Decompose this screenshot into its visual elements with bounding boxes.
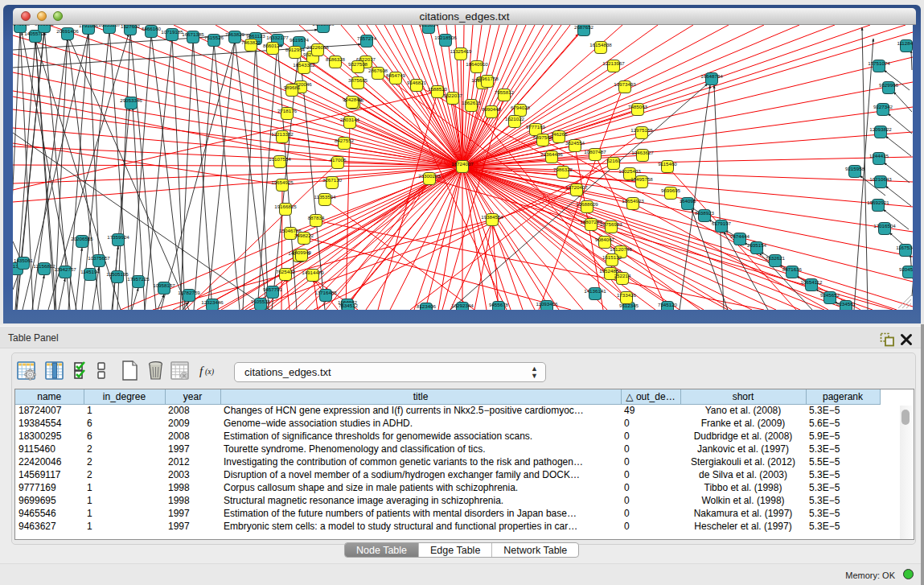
svg-text:19384554: 19384554 [481,214,503,220]
svg-text:7986322: 7986322 [553,167,573,172]
svg-text:8990448: 8990448 [482,106,502,112]
svg-text:1244415: 1244415 [869,153,889,159]
svg-text:(x): (x) [205,367,215,377]
svg-text:10654112: 10654112 [800,279,823,285]
svg-text:9105533: 9105533 [251,299,271,304]
svg-text:11093456: 11093456 [536,301,558,307]
svg-text:7345120: 7345120 [658,302,678,307]
svg-text:1435061: 1435061 [14,257,34,263]
svg-text:6466160: 6466160 [142,26,162,31]
svg-text:9084067: 9084067 [595,237,615,242]
svg-text:20206555: 20206555 [71,236,93,241]
svg-text:1362615: 1362615 [462,100,482,105]
svg-text:8186328: 8186328 [326,56,346,62]
svg-text:12505195: 12505195 [106,271,129,277]
svg-text:9457791: 9457791 [263,286,283,292]
svg-text:8471636: 8471636 [782,266,803,272]
svg-text:14136141: 14136141 [584,288,606,294]
svg-text:10973493: 10973493 [614,81,636,87]
svg-text:7625402: 7625402 [276,269,296,274]
svg-text:9227342: 9227342 [873,104,893,109]
svg-text:6179197: 6179197 [712,220,732,226]
svg-text:9619574: 9619574 [290,37,310,43]
svg-text:12975155: 12975155 [630,127,653,133]
svg-text:13716485: 13716485 [314,290,337,295]
svg-text:10025433: 10025433 [618,168,641,174]
svg-text:1615132: 1615132 [602,254,622,260]
svg-text:2687652: 2687652 [574,25,594,30]
svg-text:1621022: 1621022 [505,116,525,122]
svg-text:8912954: 8912954 [285,47,306,52]
svg-text:16961758: 16961758 [476,76,499,81]
svg-text:8813054: 8813054 [419,25,439,27]
svg-text:18724007: 18724007 [451,161,474,167]
svg-text:9115460: 9115460 [658,161,677,167]
svg-text:9245652: 9245652 [820,292,840,298]
svg-text:9895332: 9895332 [35,25,55,27]
svg-text:16648784: 16648784 [700,73,723,79]
svg-text:9455678: 9455678 [489,302,509,307]
svg-text:16210643: 16210643 [869,176,892,182]
svg-text:9204502: 9204502 [899,266,913,272]
svg-text:23226058: 23226058 [306,44,329,50]
svg-text:f: f [199,365,204,377]
svg-text:9329966: 9329966 [879,82,899,88]
svg-text:11325419: 11325419 [450,48,472,54]
svg-text:18654923: 18654923 [622,198,644,204]
svg-text:20691406: 20691406 [56,28,79,34]
svg-text:12213967: 12213967 [602,60,625,66]
svg-text:17957225: 17957225 [127,276,150,282]
svg-text:23300203: 23300203 [418,173,441,179]
svg-text:3875685: 3875685 [348,77,368,83]
svg-text:14914479: 14914479 [302,270,324,275]
svg-text:1112845: 1112845 [897,40,913,46]
svg-text:3498222: 3498222 [294,233,314,238]
svg-text:18807249: 18807249 [580,219,602,225]
svg-text:8938923: 8938923 [695,210,715,216]
svg-text:5322037: 5322037 [443,93,463,98]
svg-text:8454749: 8454749 [386,72,406,78]
svg-text:7463822: 7463822 [241,39,261,45]
svg-text:62160: 62160 [606,158,621,163]
svg-text:16543362: 16543362 [293,62,315,68]
svg-text:7634512: 7634512 [339,303,359,308]
svg-text:15692921: 15692921 [867,200,889,205]
svg-text:16671385: 16671385 [182,31,204,37]
svg-text:15720407: 15720407 [565,184,588,190]
svg-text:9861123: 9861123 [246,33,265,39]
svg-text:10292344: 10292344 [451,303,474,308]
svg-text:9327508: 9327508 [348,61,368,67]
svg-text:12323446: 12323446 [201,299,224,305]
svg-text:8123406: 8123406 [417,303,437,309]
svg-text:10107554: 10107554 [269,156,291,162]
svg-text:417006: 417006 [330,157,347,163]
svg-text:7632621: 7632621 [766,255,786,261]
svg-text:1527602: 1527602 [121,25,141,29]
svg-text:20756923: 20756923 [600,221,622,227]
svg-text:1588520: 1588520 [428,86,448,92]
svg-text:18640910: 18640910 [466,61,488,67]
svg-text:10655267: 10655267 [98,25,121,27]
svg-text:1167534: 1167534 [896,245,913,250]
svg-text:10807487: 10807487 [584,149,606,154]
svg-text:10688609: 10688609 [576,201,598,207]
svg-text:10958157: 10958157 [153,282,175,288]
svg-text:887834: 887834 [308,215,325,220]
svg-text:9242849: 9242849 [343,97,363,102]
svg-text:6794028: 6794028 [511,105,531,110]
svg-text:3267130: 3267130 [322,177,343,183]
svg-text:19218506: 19218506 [434,35,457,40]
svg-text:2935154: 2935154 [747,242,767,248]
svg-text:16120746: 16120746 [610,246,632,252]
svg-text:7463829: 7463829 [225,31,245,37]
svg-text:2718176: 2718176 [277,108,298,113]
svg-text:9699695: 9699695 [661,187,681,193]
svg-text:8427552: 8427552 [335,138,355,143]
svg-text:7955812: 7955812 [495,89,515,95]
svg-text:3624554: 3624554 [565,140,585,146]
svg-text:17359924: 17359924 [107,234,129,240]
svg-text:8660124: 8660124 [263,43,283,48]
svg-text:12156812: 12156812 [33,263,55,269]
svg-text:10375657: 10375657 [88,255,110,261]
svg-text:11353594: 11353594 [314,194,336,200]
